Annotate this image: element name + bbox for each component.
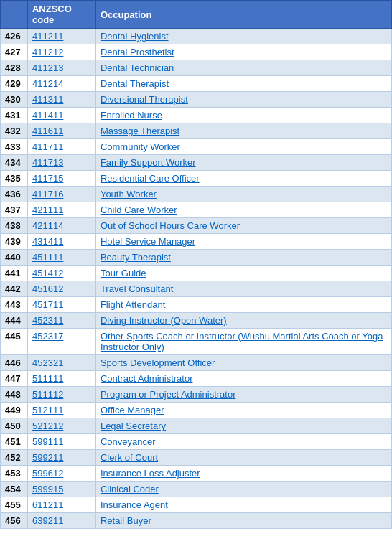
row-occupation[interactable]: Child Care Worker [95,202,391,218]
row-occupation[interactable]: Sports Development Officer [95,355,391,371]
row-occupation[interactable]: Insurance Agent [95,497,391,513]
row-occupation[interactable]: Family Support Worker [95,155,391,171]
row-code[interactable]: 431411 [27,234,95,250]
table-row: 455611211Insurance Agent [1,497,392,513]
row-code[interactable]: 452311 [27,313,95,329]
row-number: 454 [1,482,28,497]
row-number: 433 [1,139,28,155]
row-code[interactable]: 411211 [27,29,95,44]
row-code[interactable]: 451412 [27,266,95,281]
row-code[interactable]: 411212 [27,44,95,60]
table-row: 430411311Diversional Therapist [1,92,392,108]
row-code[interactable]: 511111 [27,371,95,387]
row-occupation[interactable]: Diversional Therapist [95,92,391,108]
row-occupation[interactable]: Massage Therapist [95,123,391,139]
row-code[interactable]: 599211 [27,450,95,466]
row-occupation[interactable]: Clinical Coder [95,482,391,497]
row-code[interactable]: 411311 [27,92,95,108]
row-code[interactable]: 451612 [27,281,95,297]
row-code[interactable]: 599612 [27,466,95,482]
row-code[interactable]: 411411 [27,108,95,123]
row-code[interactable]: 421111 [27,202,95,218]
row-number: 435 [1,171,28,187]
row-code[interactable]: 411214 [27,76,95,92]
row-occupation[interactable]: Tour Guide [95,266,391,281]
row-occupation[interactable]: Youth Worker [95,187,391,202]
row-code[interactable]: 599111 [27,434,95,450]
row-code[interactable]: 639211 [27,513,95,529]
row-code[interactable]: 411213 [27,60,95,76]
table-row: 432411611Massage Therapist [1,123,392,139]
row-number: 437 [1,202,28,218]
row-number: 455 [1,497,28,513]
row-number: 427 [1,44,28,60]
table-row: 446452321Sports Development Officer [1,355,392,371]
row-occupation[interactable]: Flight Attendant [95,297,391,313]
row-number: 432 [1,123,28,139]
row-number: 448 [1,387,28,403]
row-code[interactable]: 411713 [27,155,95,171]
table-row: 448511112Program or Project Administrato… [1,387,392,403]
table-row: 438421114Out of School Hours Care Worker [1,218,392,234]
row-occupation[interactable]: Diving Instructor (Open Water) [95,313,391,329]
row-occupation[interactable]: Hotel Service Manager [95,234,391,250]
row-number: 429 [1,76,28,92]
row-number: 440 [1,250,28,266]
row-occupation[interactable]: Enrolled Nurse [95,108,391,123]
row-number: 436 [1,187,28,202]
row-code[interactable]: 411716 [27,187,95,202]
row-number: 430 [1,92,28,108]
row-occupation[interactable]: Retail Buyer [95,513,391,529]
row-number: 428 [1,60,28,76]
table-row: 454599915Clinical Coder [1,482,392,497]
row-number: 431 [1,108,28,123]
row-code[interactable]: 411711 [27,139,95,155]
row-number: 441 [1,266,28,281]
table-row: 451599111Conveyancer [1,434,392,450]
row-code[interactable]: 611211 [27,497,95,513]
row-occupation[interactable]: Conveyancer [95,434,391,450]
row-occupation[interactable]: Contract Administrator [95,371,391,387]
table-row: 456639211Retail Buyer [1,513,392,529]
row-occupation[interactable]: Office Manager [95,403,391,418]
row-occupation[interactable]: Residential Care Officer [95,171,391,187]
row-occupation[interactable]: Dental Therapist [95,76,391,92]
row-code[interactable]: 421114 [27,218,95,234]
occupation-table: ANZSCO code Occupation 426411211Dental H… [0,0,392,529]
table-row: 453599612Insurance Loss Adjuster [1,466,392,482]
row-code[interactable]: 411611 [27,123,95,139]
row-code[interactable]: 512111 [27,403,95,418]
row-occupation[interactable]: Travel Consultant [95,281,391,297]
row-occupation[interactable]: Beauty Therapist [95,250,391,266]
row-code[interactable]: 452321 [27,355,95,371]
row-occupation[interactable]: Out of School Hours Care Worker [95,218,391,234]
table-row: 429411214Dental Therapist [1,76,392,92]
row-occupation[interactable]: Program or Project Administrator [95,387,391,403]
row-code[interactable]: 599915 [27,482,95,497]
row-occupation[interactable]: Dental Hygienist [95,29,391,44]
row-occupation[interactable]: Dental Prosthetist [95,44,391,60]
row-code[interactable]: 451111 [27,250,95,266]
table-row: 431411411Enrolled Nurse [1,108,392,123]
row-code[interactable]: 451711 [27,297,95,313]
row-number: 443 [1,297,28,313]
table-row: 441451412Tour Guide [1,266,392,281]
row-number: 453 [1,466,28,482]
row-occupation[interactable]: Insurance Loss Adjuster [95,466,391,482]
row-code[interactable]: 452317 [27,329,95,355]
row-occupation[interactable]: Community Worker [95,139,391,155]
table-row: 434411713Family Support Worker [1,155,392,171]
table-row: 439431411Hotel Service Manager [1,234,392,250]
table-row: 449512111Office Manager [1,403,392,418]
table-row: 426411211Dental Hygienist [1,29,392,44]
row-occupation[interactable]: Dental Technician [95,60,391,76]
row-code[interactable]: 411715 [27,171,95,187]
row-occupation[interactable]: Clerk of Court [95,450,391,466]
row-code[interactable]: 511112 [27,387,95,403]
row-occupation[interactable]: Legal Secretary [95,418,391,434]
header-num [1,1,28,29]
table-row: 447511111Contract Administrator [1,371,392,387]
table-row: 442451612Travel Consultant [1,281,392,297]
row-code[interactable]: 521212 [27,418,95,434]
row-occupation[interactable]: Other Sports Coach or Instructor (Wushu … [95,329,391,355]
